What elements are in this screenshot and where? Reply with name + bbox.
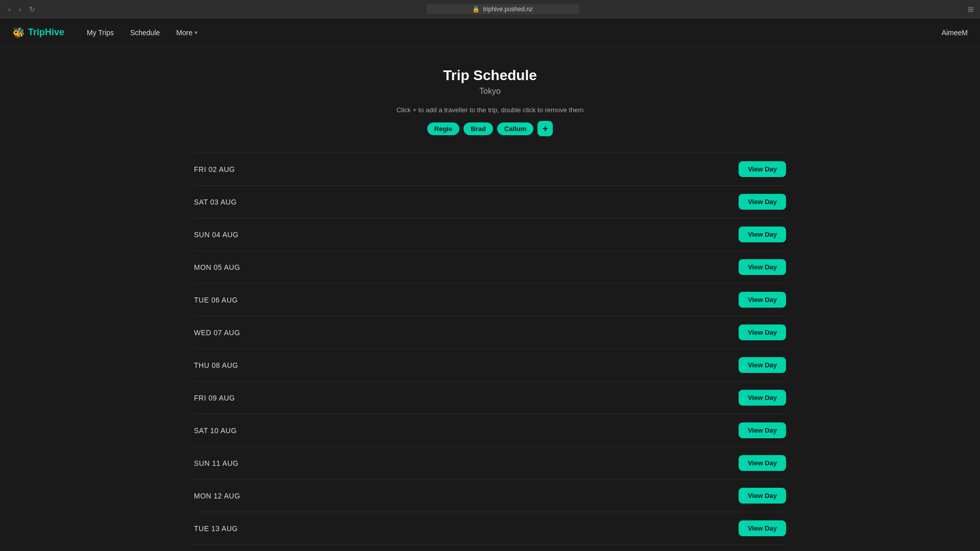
back-button[interactable]: ‹ <box>6 3 13 15</box>
traveller-instruction: Click + to add a traveller to the trip, … <box>194 106 786 114</box>
address-content[interactable]: 🔒 triphive.pushed.nz <box>426 4 579 14</box>
brand-logo[interactable]: 🐝 TripHive <box>12 27 64 39</box>
grid-icon[interactable]: ⊞ <box>968 5 974 13</box>
day-label: TUE 06 AUG <box>194 296 238 304</box>
schedule-row: TUE 06 AUGView Day <box>194 284 786 316</box>
nav-schedule[interactable]: Schedule <box>124 26 166 40</box>
day-label: SAT 03 AUG <box>194 198 237 206</box>
view-day-button[interactable]: View Day <box>739 455 786 471</box>
travellers-row: Regie Brad Callum + <box>194 121 786 136</box>
schedule-row: SAT 10 AUGView Day <box>194 414 786 447</box>
schedule-row: WED 07 AUGView Day <box>194 316 786 349</box>
day-label: TUE 13 AUG <box>194 524 238 533</box>
navbar: 🐝 TripHive My Trips Schedule More ▾ Aime… <box>0 18 980 47</box>
day-label: SUN 04 AUG <box>194 231 238 239</box>
day-label: FRI 02 AUG <box>194 165 235 173</box>
browser-chrome: ‹ › ↻ 🔒 triphive.pushed.nz ⊞ <box>0 0 980 18</box>
view-day-button[interactable]: View Day <box>739 194 786 210</box>
nav-my-trips[interactable]: My Trips <box>81 26 120 40</box>
address-bar: 🔒 triphive.pushed.nz <box>37 4 968 14</box>
schedule-row: SUN 11 AUGView Day <box>194 447 786 480</box>
chevron-down-icon: ▾ <box>194 29 198 36</box>
day-label: MON 12 AUG <box>194 492 240 500</box>
brand-icon: 🐝 <box>12 27 25 39</box>
nav-links: My Trips Schedule More ▾ <box>81 26 942 40</box>
add-traveller-button[interactable]: + <box>537 121 553 136</box>
nav-user[interactable]: AimeeM <box>942 29 968 37</box>
page-title: Trip Schedule <box>194 67 786 84</box>
browser-controls: ‹ › ↻ <box>6 3 37 15</box>
schedule-row: MON 12 AUGView Day <box>194 480 786 512</box>
view-day-button[interactable]: View Day <box>739 520 786 536</box>
view-day-button[interactable]: View Day <box>739 488 786 504</box>
view-day-button[interactable]: View Day <box>739 227 786 242</box>
nav-more-dropdown[interactable]: More ▾ <box>170 26 204 40</box>
forward-button[interactable]: › <box>17 3 23 15</box>
refresh-button[interactable]: ↻ <box>27 3 37 15</box>
schedule-list: FRI 02 AUGView DaySAT 03 AUGView DaySUN … <box>194 153 786 551</box>
day-label: MON 05 AUG <box>194 263 240 271</box>
schedule-row: MON 05 AUGView Day <box>194 251 786 284</box>
browser-right-controls: ⊞ <box>968 5 974 13</box>
schedule-row: SUN 04 AUGView Day <box>194 218 786 251</box>
view-day-button[interactable]: View Day <box>739 390 786 406</box>
view-day-button[interactable]: View Day <box>739 324 786 340</box>
main-content: Trip Schedule Tokyo Click + to add a tra… <box>184 47 796 551</box>
day-label: SAT 10 AUG <box>194 427 237 435</box>
page-subtitle: Tokyo <box>194 87 786 96</box>
view-day-button[interactable]: View Day <box>739 161 786 177</box>
more-label: More <box>176 29 192 37</box>
schedule-row: THU 08 AUGView Day <box>194 349 786 382</box>
day-label: FRI 09 AUG <box>194 394 235 402</box>
schedule-row: FRI 02 AUGView Day <box>194 153 786 186</box>
view-day-button[interactable]: View Day <box>739 292 786 308</box>
brand-name: TripHive <box>28 27 64 38</box>
view-day-button[interactable]: View Day <box>739 422 786 438</box>
traveller-regie[interactable]: Regie <box>427 122 459 135</box>
url-text: triphive.pushed.nz <box>483 6 532 13</box>
day-label: THU 08 AUG <box>194 361 238 369</box>
lock-icon: 🔒 <box>472 6 480 13</box>
schedule-row: WED 14 AUGView Day <box>194 545 786 551</box>
day-label: SUN 11 AUG <box>194 459 238 467</box>
day-label: WED 07 AUG <box>194 329 240 337</box>
traveller-callum[interactable]: Callum <box>497 122 533 135</box>
view-day-button[interactable]: View Day <box>739 259 786 275</box>
traveller-brad[interactable]: Brad <box>463 122 493 135</box>
view-day-button[interactable]: View Day <box>739 357 786 373</box>
schedule-row: SAT 03 AUGView Day <box>194 186 786 218</box>
schedule-row: FRI 09 AUGView Day <box>194 382 786 414</box>
schedule-row: TUE 13 AUGView Day <box>194 512 786 545</box>
